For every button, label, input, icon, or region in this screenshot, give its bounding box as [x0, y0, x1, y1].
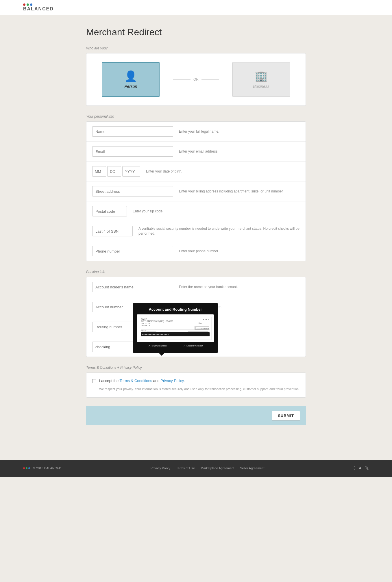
accept-suffix: . — [184, 379, 185, 383]
check-inner: NAMECITY, STATE XXXX (123) 123-9999 XXXX… — [139, 317, 212, 340]
dob-hint: Enter your date of birth. — [146, 169, 300, 174]
or-text: OR — [193, 77, 199, 81]
account-holder-input[interactable] — [92, 282, 173, 292]
submit-bar: SUBMIT — [86, 406, 306, 425]
page-title: Merchant Redirect — [86, 27, 306, 38]
address-input[interactable] — [92, 186, 173, 197]
phone-row: Enter your phone number. — [86, 241, 306, 261]
check-xxxx: XXXX — [203, 318, 209, 321]
account-arrow: ↗ — [183, 344, 185, 347]
person-icon: 👤 — [124, 70, 137, 82]
check-routing-text: ■■■■■■■■■■■■■■■■■■■■ — [142, 333, 169, 335]
logo-dots — [23, 3, 32, 6]
footer-dot-green — [26, 467, 27, 469]
and-text: and — [152, 379, 160, 383]
banking-section-label: Banking info — [86, 270, 306, 274]
footer-dot-red — [23, 467, 25, 469]
routing-label: ↗ Routing number — [148, 344, 167, 347]
phone-input[interactable] — [92, 246, 173, 256]
footer: © 2013 BALANCED Privacy Policy Terms of … — [0, 460, 392, 477]
terms-text: I accept the Terms & Conditions and Priv… — [99, 379, 185, 383]
ssn-input[interactable] — [92, 226, 133, 236]
check-image: NAMECITY, STATE XXXX (123) 123-9999 XXXX… — [137, 314, 214, 342]
header: BALANCED — [0, 0, 392, 15]
check-labels: ↗ Routing number ↗ Account number — [137, 344, 214, 347]
banking-section-box: Account and Routing Number NAMECITY, STA… — [86, 277, 306, 357]
footer-terms-link[interactable]: Terms of Use — [176, 466, 195, 470]
routing-arrow: ↗ — [148, 344, 150, 347]
terms-section-label: Terms & Conditions + Privacy Policy — [86, 366, 306, 370]
account-holder-row: Enter the name on your bank account. — [86, 277, 306, 297]
check-amount: $ ______ — [195, 326, 209, 330]
check-sig — [188, 331, 208, 337]
personal-section-box: Enter your full legal name. Enter your e… — [86, 121, 306, 261]
dob-dd-input[interactable] — [107, 166, 121, 177]
account-label: ↗ Account number — [183, 344, 203, 347]
question-icon[interactable]: ● — [359, 466, 362, 471]
logo-dot-green — [27, 3, 29, 6]
postal-hint: Enter your zip code. — [133, 209, 300, 214]
person-label: Person — [124, 84, 137, 89]
ssn-row: A verifiable social security number is n… — [86, 221, 306, 241]
business-label: Business — [253, 84, 269, 89]
logo-text: BALANCED — [23, 6, 54, 12]
account-holder-hint: Enter the name on your bank account. — [179, 285, 300, 290]
terms-conditions-link[interactable]: Terms & Conditions — [120, 379, 152, 383]
address-hint: Enter your billing address including apa… — [179, 189, 300, 194]
footer-copyright: © 2013 BALANCED — [33, 466, 61, 470]
terms-checkbox[interactable] — [92, 379, 96, 383]
footer-links: Privacy Policy Terms of Use Marketplace … — [151, 466, 265, 470]
routing-label-text: Routing number — [151, 344, 167, 347]
who-section-label: Who are you? — [86, 46, 306, 50]
main-content: Merchant Redirect Who are you? 👤 Person … — [80, 15, 312, 460]
or-line-right — [201, 79, 219, 80]
or-line-left — [173, 79, 191, 80]
business-icon: 🏢 — [255, 70, 268, 82]
dob-yyyy-input[interactable] — [122, 166, 140, 177]
routing-tooltip: Account and Routing Number NAMECITY, STA… — [133, 303, 218, 353]
name-row: Enter your full legal name. — [86, 122, 306, 142]
ssn-hint: A verifiable social security number is n… — [138, 226, 300, 236]
check-memo: MEMO__________ — [141, 330, 156, 332]
person-card[interactable]: 👤 Person — [102, 62, 160, 97]
footer-icons:  ● 𝕏 — [354, 466, 369, 471]
footer-marketplace-link[interactable]: Marketplace Agreement — [201, 466, 234, 470]
dob-row: Enter your date of birth. — [86, 162, 306, 181]
account-type-select[interactable]: checking savings — [92, 342, 138, 352]
terms-box: I accept the Terms & Conditions and Priv… — [86, 372, 306, 398]
github-icon[interactable]:  — [354, 466, 355, 471]
name-hint: Enter your full legal name. — [179, 129, 300, 134]
footer-logo-dots — [23, 467, 30, 469]
email-row: Enter your email address. — [86, 142, 306, 162]
or-separator: OR — [173, 77, 219, 81]
footer-seller-link[interactable]: Seller Agreement — [240, 466, 264, 470]
business-card[interactable]: 🏢 Business — [232, 62, 290, 97]
tooltip-title: Account and Routing Number — [137, 307, 214, 312]
dob-wrap — [92, 166, 140, 177]
logo-dot-blue — [30, 3, 32, 6]
twitter-icon[interactable]: 𝕏 — [365, 466, 369, 471]
terms-check-row: I accept the Terms & Conditions and Priv… — [92, 379, 300, 383]
personal-section-label: Your personal info — [86, 114, 306, 118]
terms-privacy-note: We respect your privacy. Your informatio… — [99, 387, 300, 392]
email-hint: Enter your email address. — [179, 149, 300, 154]
who-box: 👤 Person OR 🏢 Business — [86, 53, 306, 105]
who-section-box: 👤 Person OR 🏢 Business — [86, 53, 306, 106]
submit-button[interactable]: SUBMIT — [272, 411, 300, 420]
address-row: Enter your billing address including apa… — [86, 181, 306, 201]
account-label-text: Account number — [186, 344, 203, 347]
footer-dot-blue — [28, 467, 30, 469]
terms-section: Terms & Conditions + Privacy Policy I ac… — [86, 366, 306, 398]
logo-dot-red — [23, 3, 25, 6]
logo: BALANCED — [23, 3, 54, 12]
privacy-policy-link[interactable]: Privacy Policy — [160, 379, 184, 383]
name-input[interactable] — [92, 126, 173, 137]
check-name: NAMECITY, STATE XXXX (123) 123-9999 — [139, 317, 211, 322]
accept-prefix: I accept the — [99, 379, 120, 383]
email-input[interactable] — [92, 146, 173, 157]
dob-mm-input[interactable] — [92, 166, 106, 177]
postal-input[interactable] — [92, 206, 127, 216]
check-date: Date_______ — [199, 322, 209, 324]
footer-privacy-link[interactable]: Privacy Policy — [151, 466, 170, 470]
phone-hint: Enter your phone number. — [179, 249, 300, 254]
